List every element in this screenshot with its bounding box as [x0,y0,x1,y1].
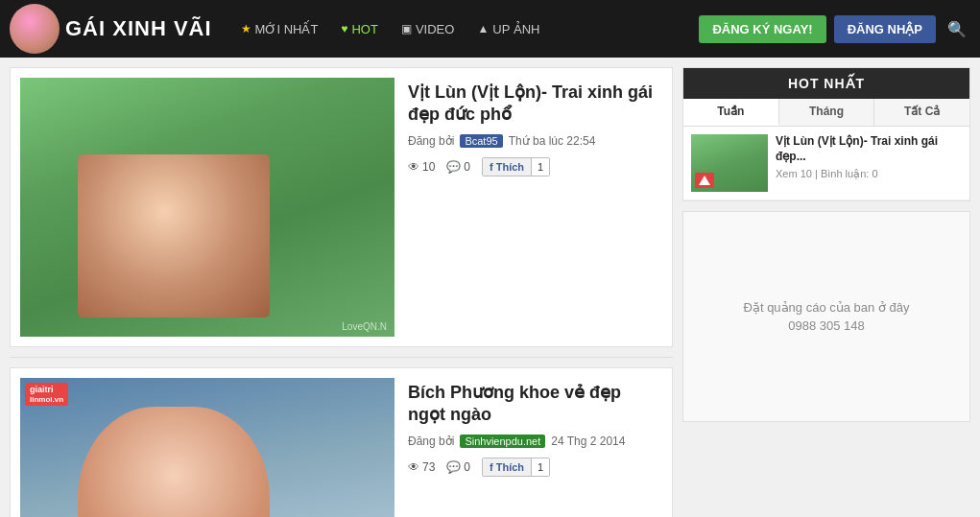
nav-video-label: VIDEO [416,22,454,36]
hot-item-meta-1: Xem 10 | Bình luận: 0 [776,168,962,180]
hot-item-info-1: Vịt Lùn (Vịt Lộn)- Trai xinh gái đẹp... … [776,134,962,192]
fb-icon-1: f [490,161,493,173]
fb-count-1: 1 [531,158,549,176]
play-icon [699,176,710,185]
comment-icon-2: 💬 [446,460,461,474]
hot-tab-tat-ca[interactable]: Tất Cả [874,99,969,126]
divider-1 [10,357,673,358]
hot-tabs: Tuần Tháng Tất Cả [683,99,969,127]
post-meta-2: Đăng bởi Sinhvienpdu.net 24 Thg 2 2014 [408,435,662,448]
views-stat-1: 👁 10 [408,160,435,174]
avatar-image [10,4,60,54]
eye-icon-2: 👁 [408,460,419,474]
posted-by-label-2: Đăng bởi [408,435,454,448]
upload-icon: ▲ [477,22,489,35]
hot-comments-label: Bình luận [821,168,866,179]
hot-comments-count: 0 [872,168,877,179]
post-title-1[interactable]: Vịt Lùn (Vịt Lộn)- Trai xinh gái đẹp đức… [408,82,662,127]
nav-hot-label: HOT [351,22,377,36]
hot-item-1: Vịt Lùn (Vịt Lộn)- Trai xinh gái đẹp... … [683,127,969,200]
logo-avatar [10,4,60,54]
ad-line1: Đặt quảng cáo của ban ở đây [744,300,910,315]
post-card-2: giaitrilinmoi.vn Bích Phương khoe vẻ đẹp… [10,367,673,517]
ad-box: Đặt quảng cáo của ban ở đây 0988 305 148 [682,211,970,422]
fb-like-button-2[interactable]: f Thích 1 [482,458,550,477]
post-time-2: 24 Thg 2 2014 [551,435,625,448]
post-title-2[interactable]: Bích Phương khoe vẻ đẹp ngọt ngào [408,382,662,427]
post-meta-1: Đăng bởi Bcat95 Thứ ba lúc 22:54 [408,134,662,148]
fb-count-2: 1 [531,458,549,476]
login-button[interactable]: ĐĂNG NHẬP [834,15,936,43]
main-wrapper: LoveQN.N Vịt Lùn (Vịt Lộn)- Trai xinh gá… [0,58,980,517]
sidebar: HOT NHẤT Tuần Tháng Tất Cả Vịt Lùn (Vịt … [682,67,970,517]
nav-item-video[interactable]: ▣ VIDEO [392,16,464,42]
fb-icon-2: f [490,461,493,473]
hot-views-count: 10 [801,168,812,179]
header: GÁI XINH VÃI ★ MỚI NHẤT ♥ HOT ▣ VIDEO ▲ … [0,0,980,58]
hot-views-label: Xem [776,168,798,179]
register-button[interactable]: ĐĂNG KÝ NGAY! [699,15,825,43]
posted-by-label-1: Đăng bởi [408,134,454,148]
hot-title: HOT NHẤT [683,68,969,99]
nav-item-hot[interactable]: ♥ HOT [331,16,388,42]
video-icon: ▣ [401,22,412,35]
post-card: LoveQN.N Vịt Lùn (Vịt Lộn)- Trai xinh gá… [10,67,673,347]
comments-stat-1: 💬 0 [446,160,470,174]
header-right: ĐĂNG KÝ NGAY! ĐĂNG NHẬP 🔍 [699,15,970,43]
hot-tab-tuan[interactable]: Tuần [683,99,779,126]
fb-like-part-2: f Thích [483,458,531,476]
logo-area: GÁI XINH VÃI [10,4,212,54]
nav-moi-nhat-label: MỚI NHẤT [255,22,319,36]
logo-text: GÁI XINH VÃI [65,16,212,41]
post-info-1: Vịt Lùn (Vịt Lộn)- Trai xinh gái đẹp đức… [408,78,662,337]
post-stats-1: 👁 10 💬 0 f Thích 1 [408,157,662,176]
hot-item-title-1[interactable]: Vịt Lùn (Vịt Lộn)- Trai xinh gái đẹp... [776,134,962,164]
hot-badge-1 [695,173,714,188]
views-stat-2: 👁 73 [408,460,435,474]
like-label-2: Thích [496,461,524,473]
eye-icon-1: 👁 [408,160,419,174]
ad-line2: 0988 305 148 [788,318,865,333]
views-count-2: 73 [422,460,435,474]
author-badge-1[interactable]: Bcat95 [460,134,502,148]
watermark-1: LoveQN.N [342,321,387,332]
comments-count-2: 0 [464,460,470,474]
author-badge-2[interactable]: Sinhvienpdu.net [460,435,545,448]
hot-thumb-1[interactable] [691,134,768,192]
heart-icon: ♥ [341,22,347,35]
hot-tab-thang[interactable]: Tháng [779,99,875,126]
main-nav: ★ MỚI NHẤT ♥ HOT ▣ VIDEO ▲ UP ẢNH [231,16,690,42]
hot-box: HOT NHẤT Tuần Tháng Tất Cả Vịt Lùn (Vịt … [682,67,970,201]
content-area: LoveQN.N Vịt Lùn (Vịt Lộn)- Trai xinh gá… [10,67,673,517]
comment-icon-1: 💬 [446,160,461,174]
fb-like-part-1: f Thích [483,158,531,176]
like-label-1: Thích [496,161,524,173]
post-info-2: Bích Phương khoe vẻ đẹp ngọt ngào Đăng b… [408,378,662,517]
nav-item-up-anh[interactable]: ▲ UP ẢNH [467,16,549,42]
post-stats-2: 👁 73 💬 0 f Thích 1 [408,458,662,477]
comments-count-1: 0 [464,160,470,174]
nav-item-moi-nhat[interactable]: ★ MỚI NHẤT [231,16,328,42]
views-count-1: 10 [422,160,435,174]
post-thumbnail-2[interactable]: giaitrilinmoi.vn [20,378,394,517]
post-thumbnail-1[interactable]: LoveQN.N [20,78,394,337]
comments-stat-2: 💬 0 [446,460,470,474]
post-time-1: Thứ ba lúc 22:54 [509,134,596,148]
search-icon[interactable]: 🔍 [944,16,970,42]
nav-up-anh-label: UP ẢNH [492,22,539,36]
star-icon: ★ [241,22,251,35]
fb-like-button-1[interactable]: f Thích 1 [482,157,550,176]
